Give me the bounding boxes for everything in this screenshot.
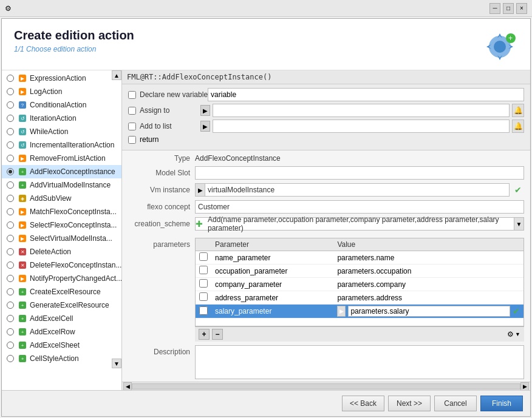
next-button[interactable]: Next >> xyxy=(388,396,431,411)
add-param-button[interactable]: + xyxy=(199,329,210,340)
scroll-up-button[interactable]: ▲ xyxy=(112,70,121,80)
svg-text:+: + xyxy=(21,329,24,335)
sidebar-item-cellStyleAction[interactable]: +CellStyleAction xyxy=(2,352,121,365)
horizontal-scrollbar[interactable]: ◀ ▶ xyxy=(122,382,530,390)
action-icon-addVirtualModelInstance: + xyxy=(18,180,27,190)
scroll-right-button[interactable]: ▶ xyxy=(520,382,529,391)
svg-text:+: + xyxy=(21,183,24,188)
col-checkbox xyxy=(196,238,211,251)
vm-instance-check-icon: ✔ xyxy=(512,184,524,196)
action-icon-selectFlexoConceptInsta: ▶ xyxy=(18,220,27,230)
sidebar-item-whileAction[interactable]: ↺WhileAction xyxy=(2,125,121,138)
maximize-button[interactable]: □ xyxy=(503,3,514,14)
sidebar-item-logAction[interactable]: ▶LogAction xyxy=(2,85,121,98)
sidebar-item-iterationAction[interactable]: ↺IterationAction xyxy=(2,112,121,125)
sidebar-item-deleteAction[interactable]: ✕DeleteAction xyxy=(2,245,121,258)
sidebar-item-addFlexoConceptInstance[interactable]: +AddFlexoConceptInstance xyxy=(2,165,121,178)
gear-icon[interactable]: ⚙ xyxy=(507,330,514,339)
minimize-button[interactable]: ─ xyxy=(489,3,500,14)
svg-text:▶: ▶ xyxy=(21,223,25,228)
svg-text:◈: ◈ xyxy=(21,196,25,201)
gear-dropdown-icon[interactable]: ▼ xyxy=(515,331,520,337)
finish-button[interactable]: Finish xyxy=(480,396,523,411)
declare-new-variable-checkbox[interactable] xyxy=(128,91,136,99)
svg-text:+: + xyxy=(21,356,24,362)
sidebar-item-deleteFlexoConceptInstan[interactable]: ✕DeleteFlexoConceptInstan... xyxy=(2,258,121,272)
param-value-arrow-4[interactable]: ▶ xyxy=(337,306,346,317)
fields-section: Type AddFlexoConceptInstance Model Slot … xyxy=(122,150,530,238)
sidebar-item-removeFromListAction[interactable]: ▶RemoveFromListAction xyxy=(2,152,121,165)
vm-instance-arrow[interactable]: ▶ xyxy=(196,184,205,196)
radio-createExcelResource xyxy=(7,288,14,295)
close-button[interactable]: × xyxy=(516,3,527,14)
table-row[interactable]: occupation_parameterparameters.occupatio… xyxy=(196,265,523,278)
assign-to-checkbox[interactable] xyxy=(128,107,136,115)
model-slot-input[interactable] xyxy=(195,166,524,180)
add-to-list-row: Add to list ▶ 🔔 xyxy=(128,120,524,133)
add-to-list-checkbox[interactable] xyxy=(128,123,136,130)
description-textarea[interactable] xyxy=(195,345,524,379)
creation-scheme-dropdown[interactable]: ▼ xyxy=(514,218,523,230)
flexo-concept-row: flexo concept Customer xyxy=(128,200,524,214)
model-slot-row: Model Slot xyxy=(128,166,524,180)
cancel-button[interactable]: Cancel xyxy=(434,396,477,411)
action-label-addExcelCell: AddExcelCell xyxy=(30,314,73,323)
add-to-list-input[interactable] xyxy=(213,120,510,133)
scroll-track[interactable] xyxy=(132,383,520,389)
sidebar-item-addExcelRow[interactable]: +AddExcelRow xyxy=(2,325,121,339)
scroll-left-button[interactable]: ◀ xyxy=(123,382,132,391)
param-checkbox-3[interactable] xyxy=(199,292,208,301)
sidebar-item-matchFlexoConceptInsta[interactable]: ▶MatchFlexoConceptInsta... xyxy=(2,205,121,218)
action-icon-addExcelSheet: + xyxy=(18,340,27,350)
sidebar-item-addExcelSheet[interactable]: +AddExcelSheet xyxy=(2,339,121,352)
sidebar-item-selectVirtualModelInsta[interactable]: ▶SelectVirtualModelInsta... xyxy=(2,232,121,245)
action-label-removeFromListAction: RemoveFromListAction xyxy=(30,154,106,163)
svg-text:▶: ▶ xyxy=(21,76,25,81)
assign-to-input[interactable] xyxy=(213,104,510,117)
action-icon-notifyPropertyChangedAct: ▶ xyxy=(18,274,27,283)
sidebar-item-notifyPropertyChangedAct[interactable]: ▶NotifyPropertyChangedAct... xyxy=(2,272,121,285)
param-checkbox-0[interactable] xyxy=(199,252,208,261)
right-panel: FML@RT::AddFlexoConceptInstance() Declar… xyxy=(122,70,530,390)
table-row[interactable]: address_parameterparameters.address xyxy=(196,291,523,305)
add-to-list-arrow[interactable]: ▶ xyxy=(200,121,210,132)
param-value-input-4[interactable] xyxy=(348,306,510,317)
declare-new-variable-input[interactable] xyxy=(208,88,524,101)
param-row-checkbox-cell-0 xyxy=(196,251,211,265)
sidebar-item-conditionalAction[interactable]: ?ConditionalAction xyxy=(2,98,121,112)
sidebar-item-generateExcelResource[interactable]: +GenerateExcelResource xyxy=(2,298,121,312)
sidebar-item-addSubView[interactable]: ◈AddSubView xyxy=(2,192,121,205)
action-icon-selectVirtualModelInsta: ▶ xyxy=(18,234,27,243)
param-row-checkbox-cell-1 xyxy=(196,265,211,278)
assign-to-arrow[interactable]: ▶ xyxy=(200,105,210,116)
table-row[interactable]: company_parameterparameters.company xyxy=(196,278,523,291)
params-table-container[interactable]: Parameter Value name_parameterparameters… xyxy=(195,238,524,326)
radio-addExcelSheet xyxy=(7,342,14,349)
back-button[interactable]: << Back xyxy=(342,396,384,411)
scroll-down-button[interactable]: ▼ xyxy=(112,359,121,368)
action-label-notifyPropertyChangedAct: NotifyPropertyChangedAct... xyxy=(30,274,122,283)
table-row[interactable]: name_parameterparameters.name xyxy=(196,251,523,265)
param-checkbox-2[interactable] xyxy=(199,279,208,288)
param-checkbox-1[interactable] xyxy=(199,266,208,274)
sidebar-item-addVirtualModelInstance[interactable]: +AddVirtualModelInstance xyxy=(2,178,121,192)
action-label-logAction: LogAction xyxy=(30,87,62,96)
creation-scheme-input-container[interactable]: ✚ Add(name parameter,occupation paramete… xyxy=(195,217,524,231)
radio-generateExcelResource xyxy=(7,302,14,309)
return-checkbox[interactable] xyxy=(128,136,136,144)
options-section: Declare new variable Assign to ▶ 🔔 Add t… xyxy=(122,84,530,150)
table-row[interactable]: salary_parameter▶✔ xyxy=(196,305,523,319)
svg-text:↺: ↺ xyxy=(21,116,25,121)
sidebar-item-createExcelResource[interactable]: +CreateExcelResource xyxy=(2,285,121,298)
remove-param-button[interactable]: − xyxy=(212,329,223,340)
sidebar-item-addExcelCell[interactable]: +AddExcelCell xyxy=(2,312,121,325)
param-checkbox-4[interactable] xyxy=(199,306,208,315)
action-icon-logAction: ▶ xyxy=(18,87,27,96)
sidebar-item-incrementalIterationAction[interactable]: ↺IncrementalIterationAction xyxy=(2,138,121,152)
svg-text:▶: ▶ xyxy=(21,209,25,215)
sidebar-item-selectFlexoConceptInsta[interactable]: ▶SelectFlexoConceptInsta... xyxy=(2,218,121,232)
content-area: ▲ ▶ExpressionAction▶LogAction?Conditiona… xyxy=(2,70,530,390)
param-name-4: salary_parameter xyxy=(211,305,333,319)
action-label-createExcelResource: CreateExcelResource xyxy=(30,288,101,296)
sidebar-item-expressionAction[interactable]: ▶ExpressionAction xyxy=(2,72,121,85)
